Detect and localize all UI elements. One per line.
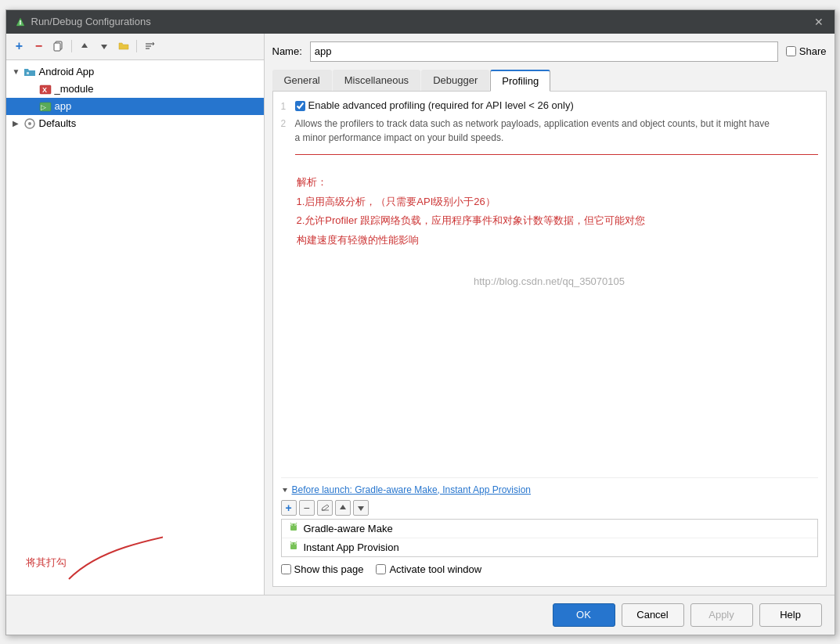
svg-marker-7 (101, 45, 107, 49)
tab-general[interactable]: General (272, 70, 332, 91)
folder-button[interactable] (115, 38, 132, 55)
dialog-footer: OK Cancel Apply Help (6, 595, 835, 635)
svg-point-28 (294, 524, 296, 526)
svg-marker-24 (358, 506, 364, 511)
before-launch-remove-button[interactable]: − (299, 500, 315, 516)
svg-marker-23 (340, 505, 346, 509)
gradle-item-label: Gradle-aware Make (304, 523, 393, 534)
svg-rect-26 (290, 527, 297, 531)
svg-rect-32 (290, 545, 297, 549)
cancel-button[interactable]: Cancel (622, 603, 684, 627)
before-launch-item-instant[interactable]: Instant App Provision (282, 538, 817, 556)
before-launch-add-button[interactable]: + (281, 500, 297, 516)
tree-item-android-app[interactable]: ▼ Android App (6, 63, 264, 81)
instant-item-label: Instant App Provision (304, 541, 399, 553)
advanced-profiling-checkbox[interactable] (295, 101, 305, 111)
spacer (281, 287, 818, 470)
dialog-title: Run/Debug Configurations (31, 16, 811, 27)
before-launch-list: Gradle-aware Make Instant Ap (281, 519, 818, 557)
show-page-option: Show this page (281, 563, 364, 575)
sort-button[interactable] (141, 38, 158, 55)
ok-button[interactable]: OK (553, 603, 615, 627)
dialog-icon (14, 16, 27, 28)
defaults-icon (23, 117, 36, 130)
share-checkbox[interactable] (786, 46, 796, 56)
content-area: + − (6, 34, 835, 595)
profiling-divider (295, 154, 818, 155)
svg-text:X: X (42, 86, 47, 94)
tree-item-label-module: _module (55, 83, 94, 95)
name-label: Name: (272, 45, 302, 57)
before-launch-section: Before launch: Gradle-aware Make, Instan… (281, 477, 818, 578)
config-toolbar: + − (6, 34, 264, 60)
tree-item-app[interactable]: ▷ app (6, 98, 264, 115)
activate-window-label: Activate tool window (389, 563, 481, 575)
annotation-line1: 1.启用高级分析，（只需要API级别小于26） (297, 194, 818, 210)
apply-button[interactable]: Apply (690, 603, 753, 627)
annotation-container: 将其打勾 (6, 501, 264, 595)
remove-config-button[interactable]: − (31, 38, 48, 55)
config-tree: ▼ Android App X _module (6, 60, 264, 501)
before-launch-edit-button[interactable] (317, 500, 333, 516)
tab-miscellaneous[interactable]: Miscellaneous (333, 70, 420, 91)
line-num-1: 1 (281, 101, 292, 112)
before-launch-item-gradle[interactable]: Gradle-aware Make (282, 520, 817, 538)
svg-point-33 (291, 543, 293, 545)
share-label: Share (799, 45, 827, 57)
right-panel: Name: Share General Miscellaneous Debugg… (265, 34, 835, 595)
annotation-text: 将其打勾 (26, 556, 67, 570)
profiling-description-text: Allows the profilers to track data such … (295, 118, 770, 143)
show-page-label: Show this page (294, 563, 364, 575)
before-launch-title[interactable]: Before launch: Gradle-aware Make, Instan… (292, 484, 532, 495)
module-error-icon: X (39, 83, 52, 95)
tree-item-label-android-app: Android App (39, 66, 95, 77)
toolbar-sep-2 (136, 40, 137, 52)
annotation-line2: 2.允许Profiler 跟踪网络负载，应用程序事件和对象计数等数据，但它可能对… (297, 213, 818, 229)
activate-window-option: Activate tool window (376, 563, 481, 575)
instant-android-icon (288, 541, 299, 552)
show-page-checkbox[interactable] (281, 564, 291, 574)
name-input[interactable] (310, 41, 778, 62)
tree-item-module[interactable]: X _module (6, 81, 264, 98)
annotation-arrow-svg (6, 501, 163, 595)
svg-point-2 (20, 23, 21, 24)
svg-line-36 (296, 541, 297, 543)
before-launch-toolbar: + − (281, 500, 818, 516)
add-config-button[interactable]: + (11, 38, 28, 55)
profiling-annotation: 解析： 1.启用高级分析，（只需要API级别小于26） 2.允许Profiler… (297, 175, 818, 252)
copy-config-button[interactable] (50, 38, 67, 55)
before-launch-header: Before launch: Gradle-aware Make, Instan… (281, 484, 818, 495)
svg-point-19 (28, 122, 31, 125)
android-app-folder-icon (23, 66, 36, 78)
activate-window-checkbox[interactable] (376, 564, 386, 574)
svg-line-35 (290, 541, 291, 543)
app-icon: ▷ (39, 100, 52, 113)
run-debug-dialog: Run/Debug Configurations ✕ + − (5, 9, 835, 635)
help-button[interactable]: Help (759, 603, 822, 627)
profiling-checkbox-row: 1 Enable advanced profiling (required fo… (281, 99, 818, 112)
svg-point-27 (291, 524, 293, 526)
tree-item-defaults[interactable]: ▶ Defaults (6, 115, 264, 132)
svg-rect-3 (20, 20, 20, 23)
profiling-description: Allows the profilers to track data such … (295, 117, 770, 145)
before-launch-up-button[interactable] (335, 500, 351, 516)
close-button[interactable]: ✕ (811, 14, 827, 30)
title-bar: Run/Debug Configurations ✕ (6, 10, 835, 34)
bottom-options: Show this page Activate tool window (281, 557, 818, 578)
before-launch-down-button[interactable] (353, 500, 369, 516)
before-launch-collapse-icon (281, 486, 289, 494)
tab-profiling[interactable]: Profiling (490, 70, 550, 92)
expand-arrow-defaults: ▶ (13, 119, 23, 128)
svg-rect-11 (27, 72, 29, 74)
profiling-description-row: 2 Allows the profilers to track data suc… (281, 117, 818, 145)
move-down-button[interactable] (96, 38, 113, 55)
expand-arrow-android-app: ▼ (13, 67, 23, 76)
share-row: Share (786, 45, 827, 57)
move-up-button[interactable] (76, 38, 93, 55)
tree-item-label-app: app (55, 100, 72, 112)
svg-line-30 (296, 523, 297, 524)
tabs-row: General Miscellaneous Debugger Profiling (272, 70, 827, 92)
tab-debugger[interactable]: Debugger (421, 70, 489, 91)
advanced-profiling-label: Enable advanced profiling (required for … (308, 99, 574, 111)
tab-content-profiling: 1 Enable advanced profiling (required fo… (272, 92, 827, 587)
